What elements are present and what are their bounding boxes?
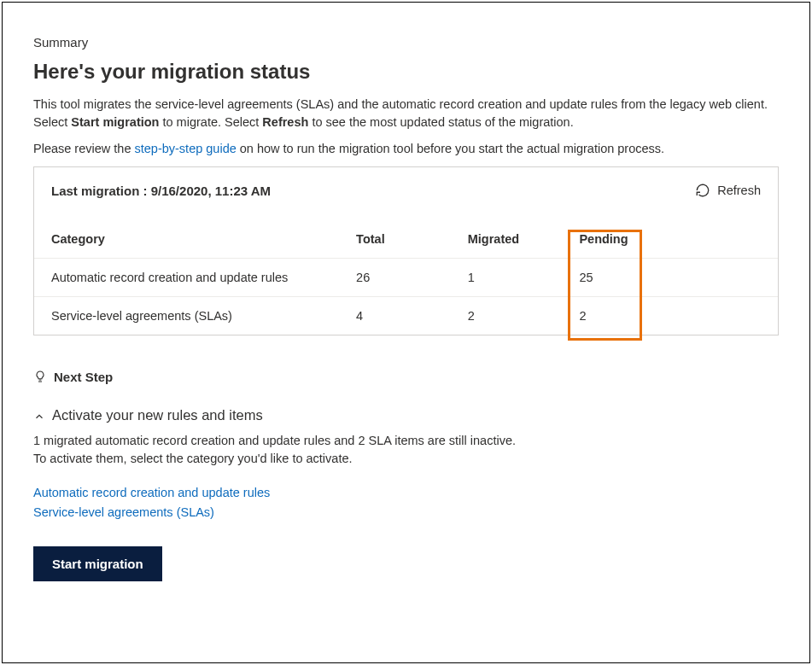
refresh-icon <box>695 183 710 198</box>
desc-text: on how to run the migration tool before … <box>237 142 664 155</box>
desc-text: Please review the <box>33 142 134 155</box>
cell-pending: 2 <box>562 297 674 335</box>
page-title: Here's your migration status <box>33 60 779 84</box>
last-migration-label: Last migration : 9/16/2020, 11:23 AM <box>51 184 271 198</box>
col-header-pending: Pending <box>562 220 674 259</box>
desc-text: to see the most updated status of the mi… <box>308 115 573 129</box>
refresh-label: Refresh <box>717 184 761 197</box>
activate-link-arc[interactable]: Automatic record creation and update rul… <box>33 483 779 503</box>
desc-bold-start-migration: Start migration <box>71 115 159 129</box>
table-row: Service-level agreements (SLAs) 4 2 2 <box>34 297 778 335</box>
description-paragraph-1: This tool migrates the service-level agr… <box>33 96 779 131</box>
cell-category: Automatic record creation and update rul… <box>34 259 339 297</box>
step-by-step-guide-link[interactable]: step-by-step guide <box>134 142 236 155</box>
col-header-total: Total <box>339 220 451 259</box>
cell-total: 4 <box>339 297 451 335</box>
start-migration-button[interactable]: Start migration <box>33 546 162 581</box>
activate-desc-line: To activate them, select the category yo… <box>33 450 779 468</box>
description-paragraph-2: Please review the step-by-step guide on … <box>33 140 779 158</box>
cell-total: 26 <box>339 259 451 297</box>
cell-migrated: 1 <box>451 259 563 297</box>
table-row: Automatic record creation and update rul… <box>34 259 778 297</box>
col-header-category: Category <box>34 220 339 259</box>
status-card-header: Last migration : 9/16/2020, 11:23 AM Ref… <box>34 167 778 205</box>
next-step-heading: Next Step <box>33 368 779 385</box>
cell-category: Service-level agreements (SLAs) <box>34 297 339 335</box>
col-header-migrated: Migrated <box>451 220 563 259</box>
table-header-row: Category Total Migrated Pending <box>34 220 778 259</box>
refresh-button[interactable]: Refresh <box>695 183 761 198</box>
activate-section-toggle[interactable]: Activate your new rules and items <box>33 407 779 423</box>
cell-migrated: 2 <box>451 297 563 335</box>
activate-link-sla[interactable]: Service-level agreements (SLAs) <box>33 503 779 522</box>
activate-heading: Activate your new rules and items <box>52 407 263 423</box>
summary-label: Summary <box>33 35 779 50</box>
activate-links: Automatic record creation and update rul… <box>33 483 779 522</box>
activate-description: 1 migrated automatic record creation and… <box>33 432 779 468</box>
desc-text: to migrate. Select <box>159 115 262 129</box>
chevron-up-icon <box>33 410 45 422</box>
activate-desc-line: 1 migrated automatic record creation and… <box>33 432 779 450</box>
migration-status-card: Last migration : 9/16/2020, 11:23 AM Ref… <box>33 166 779 335</box>
page-container: Summary Here's your migration status Thi… <box>2 2 810 663</box>
migration-status-table: Category Total Migrated Pending Automati… <box>34 220 778 335</box>
desc-bold-refresh: Refresh <box>262 115 308 129</box>
lightbulb-icon <box>33 368 47 385</box>
cell-pending: 25 <box>562 259 674 297</box>
next-step-label: Next Step <box>54 370 113 384</box>
